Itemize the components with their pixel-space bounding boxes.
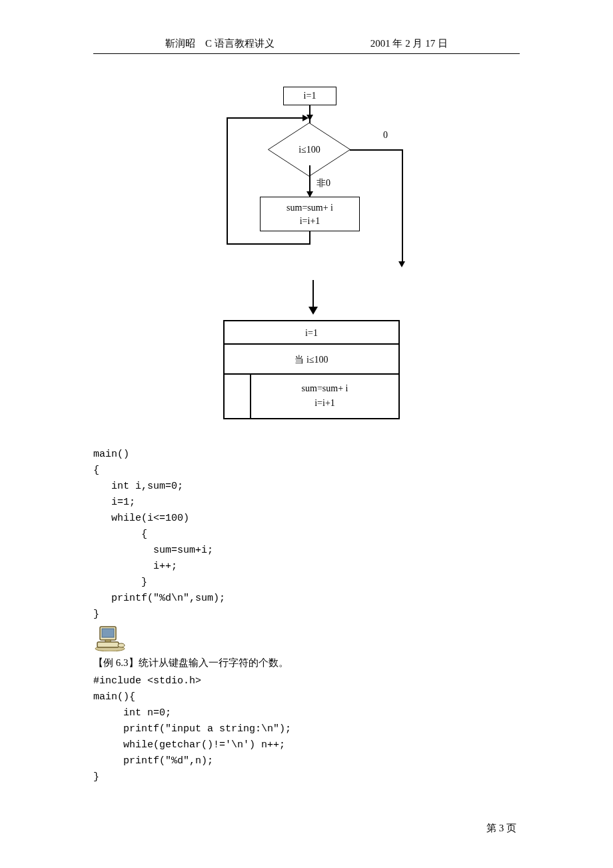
ns-body-line2: i=i+1 bbox=[251, 396, 398, 411]
flow-line bbox=[227, 117, 305, 119]
header-date: 2001 年 2 月 17 日 bbox=[370, 37, 448, 50]
decision-true-label: 非0 bbox=[316, 177, 330, 189]
flow-arrow bbox=[303, 115, 308, 121]
flow-line bbox=[227, 243, 310, 245]
example-6-3-title: 【例 6.3】统计从键盘输入一行字符的个数。 bbox=[93, 657, 289, 669]
flow-line bbox=[227, 117, 228, 245]
flowchart-process-box: sum=sum+ i i=i+1 bbox=[260, 197, 360, 231]
flow-line bbox=[402, 149, 403, 263]
ns-body-margin bbox=[225, 375, 251, 418]
ns-body: sum=sum+ i i=i+1 bbox=[225, 375, 398, 418]
flowchart-init-box: i=1 bbox=[283, 87, 336, 105]
flowchart-diagram: i=1 i≤100 0 非0 sum=sum+ i i=i+1 bbox=[220, 80, 420, 273]
code-example-1: main() { int i,sum=0; i=1; while(i<=100)… bbox=[93, 447, 225, 623]
flow-line bbox=[309, 231, 310, 245]
flow-line bbox=[350, 149, 403, 151]
ns-diagram: i=1 当 i≤100 sum=sum+ i i=i+1 bbox=[223, 320, 400, 419]
svg-marker-1 bbox=[308, 307, 318, 315]
computer-icon bbox=[93, 623, 127, 651]
decision-text: i≤100 bbox=[268, 145, 351, 155]
ns-body-line1: sum=sum+ i bbox=[251, 381, 398, 396]
process-line1: sum=sum+ i bbox=[261, 201, 359, 215]
header-separator bbox=[93, 53, 520, 54]
doc-title: C 语言教程讲义 bbox=[205, 38, 275, 49]
page-number: 第 3 页 bbox=[486, 822, 516, 835]
decision-false-label: 0 bbox=[383, 130, 388, 141]
transition-arrow-icon bbox=[306, 280, 320, 317]
svg-point-7 bbox=[118, 643, 125, 647]
header-author-title: 靳润昭 C 语言教程讲义 bbox=[165, 37, 275, 50]
ns-condition: 当 i≤100 bbox=[225, 345, 398, 375]
ns-init: i=1 bbox=[225, 321, 398, 345]
svg-rect-6 bbox=[97, 642, 119, 647]
code-example-2: #include <stdio.h> main(){ int n=0; prin… bbox=[93, 673, 291, 785]
svg-rect-4 bbox=[102, 629, 114, 637]
process-line2: i=i+1 bbox=[261, 215, 359, 228]
page-header: 靳润昭 C 语言教程讲义 2001 年 2 月 17 日 bbox=[0, 37, 613, 50]
author: 靳润昭 bbox=[165, 38, 195, 49]
ns-body-content: sum=sum+ i i=i+1 bbox=[251, 375, 398, 418]
flow-arrow bbox=[398, 261, 405, 267]
